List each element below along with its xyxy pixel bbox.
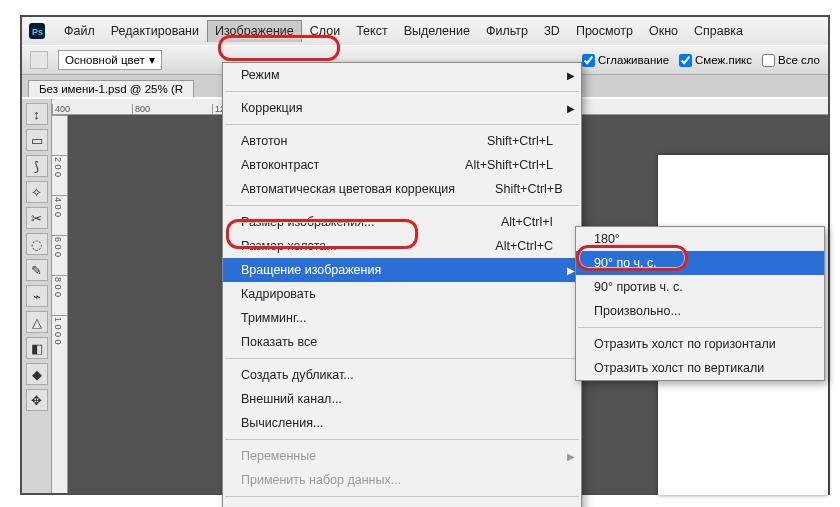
menu-окно[interactable]: Окно: [641, 20, 686, 42]
menu-item[interactable]: Произвольно...: [576, 299, 824, 323]
menu-item[interactable]: Внешний канал...: [223, 387, 581, 411]
menu-item: Переменные▶: [223, 444, 581, 468]
menu-item[interactable]: Вычисления...: [223, 411, 581, 435]
menu-item[interactable]: Вращение изображения▶: [223, 258, 581, 282]
tool-button[interactable]: ✧: [26, 181, 48, 203]
menu-item[interactable]: 90° по ч. с.: [576, 251, 824, 275]
antialias-checkbox[interactable]: Сглаживание: [582, 54, 669, 67]
submenu-arrow-icon: ▶: [567, 70, 575, 81]
tool-button[interactable]: ↕: [26, 103, 48, 125]
menu-слои[interactable]: Слои: [302, 20, 348, 42]
document-tab[interactable]: Без имени-1.psd @ 25% (R: [28, 80, 194, 97]
menu-item[interactable]: Отразить холст по вертикали: [576, 356, 824, 380]
menu-item[interactable]: 180°: [576, 227, 824, 251]
tool-button[interactable]: ◆: [26, 363, 48, 385]
tool-button[interactable]: △: [26, 311, 48, 333]
tool-button[interactable]: ⌁: [26, 285, 48, 307]
tool-preset-button[interactable]: [30, 51, 48, 69]
menu-item[interactable]: Автоматическая цветовая коррекцияShift+C…: [223, 177, 581, 201]
menu-справка[interactable]: Справка: [686, 20, 751, 42]
tool-button[interactable]: ✥: [26, 389, 48, 411]
menu-item: Треппинг...: [223, 501, 581, 507]
tool-button[interactable]: ◧: [26, 337, 48, 359]
menu-item[interactable]: Коррекция▶: [223, 96, 581, 120]
image-menu: Режим▶Коррекция▶АвтотонShift+Ctrl+LАвток…: [222, 62, 582, 507]
tool-button[interactable]: ◌: [26, 233, 48, 255]
menu-item[interactable]: Тримминг...: [223, 306, 581, 330]
menu-изображение[interactable]: Изображение: [207, 20, 302, 42]
menu-item[interactable]: Создать дубликат...: [223, 363, 581, 387]
menu-item: Применить набор данных...: [223, 468, 581, 492]
menu-item[interactable]: Отразить холст по горизонтали: [576, 332, 824, 356]
menu-просмотр[interactable]: Просмотр: [568, 20, 641, 42]
menu-item[interactable]: Кадрировать: [223, 282, 581, 306]
contiguous-checkbox[interactable]: Смеж.пикс: [679, 54, 752, 67]
svg-text:Ps: Ps: [32, 27, 43, 37]
tool-button[interactable]: ✂: [26, 207, 48, 229]
tool-button[interactable]: ▭: [26, 129, 48, 151]
menu-текст[interactable]: Текст: [348, 20, 395, 42]
menu-3d[interactable]: 3D: [536, 20, 568, 42]
menu-item[interactable]: Размер изображения...Alt+Ctrl+I: [223, 210, 581, 234]
tool-button[interactable]: ✎: [26, 259, 48, 281]
menu-item[interactable]: АвтотонShift+Ctrl+L: [223, 129, 581, 153]
menu-item[interactable]: Размер холста...Alt+Ctrl+C: [223, 234, 581, 258]
chevron-down-icon: ▾: [149, 53, 155, 67]
tool-button[interactable]: ⟆: [26, 155, 48, 177]
menu-item[interactable]: АвтоконтрастAlt+Shift+Ctrl+L: [223, 153, 581, 177]
menu-item[interactable]: Режим▶: [223, 63, 581, 87]
menu-фильтр[interactable]: Фильтр: [478, 20, 536, 42]
menu-item[interactable]: 90° против ч. с.: [576, 275, 824, 299]
sample-combo[interactable]: Основной цвет ▾: [58, 50, 162, 70]
all-layers-checkbox[interactable]: Все сло: [762, 54, 820, 67]
image-rotation-submenu: 180°90° по ч. с.90° против ч. с.Произвол…: [575, 226, 825, 381]
menu-редактировани[interactable]: Редактировани: [103, 20, 207, 42]
tools-panel: ↕▭⟆✧✂◌✎⌁△◧◆✥: [22, 99, 52, 493]
submenu-arrow-icon: ▶: [567, 103, 575, 114]
menu-выделение[interactable]: Выделение: [396, 20, 478, 42]
ruler-vertical: 2 0 04 0 06 0 08 0 01 0 0 0: [52, 115, 68, 493]
menu-файл[interactable]: Файл: [56, 20, 103, 42]
menu-item[interactable]: Показать все: [223, 330, 581, 354]
app-logo-icon: Ps: [28, 22, 46, 40]
combo-label: Основной цвет: [65, 54, 145, 66]
menubar: Ps ФайлРедактированиИзображениеСлоиТекст…: [22, 17, 828, 45]
submenu-arrow-icon: ▶: [567, 265, 575, 276]
submenu-arrow-icon: ▶: [567, 451, 575, 462]
